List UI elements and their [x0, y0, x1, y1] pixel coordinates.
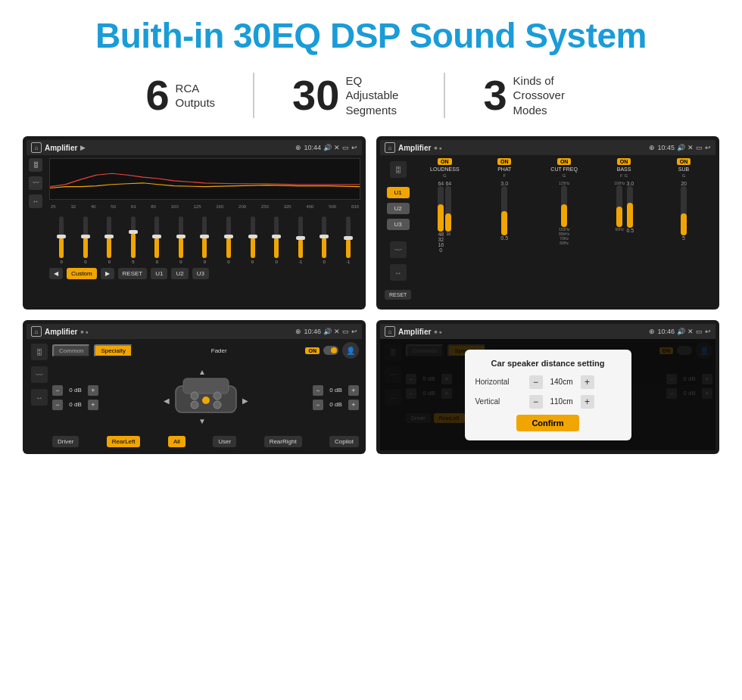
fader-minus-4[interactable]: − — [313, 400, 323, 410]
close-icon-2[interactable]: ✕ — [687, 144, 694, 151]
eq-reset-btn[interactable]: RESET — [118, 268, 148, 279]
dialog-confirm-button[interactable]: Confirm — [516, 415, 578, 431]
eq-prev-btn[interactable]: ◀ — [49, 268, 63, 279]
topbar-amp: ⌂ Amplifier ■ ● ⊕ 10:45 🔊 ✕ ▭ ↩ — [380, 140, 716, 155]
back-icon-3[interactable]: ↩ — [351, 328, 357, 335]
screen1-time: 10:44 — [304, 144, 321, 151]
amp-u1-btn[interactable]: U1 — [387, 187, 410, 198]
sub-label: SUB — [678, 166, 689, 172]
dialog-horizontal-row: Horizontal − 140cm + — [475, 375, 621, 389]
fader-icon-1[interactable]: 🎛 — [31, 344, 48, 360]
screen3-title: Amplifier — [45, 328, 77, 336]
btn-user[interactable]: User — [213, 436, 236, 447]
eq-u1-btn[interactable]: U1 — [151, 268, 167, 279]
amp-reset-btn[interactable]: RESET — [385, 290, 411, 300]
screen2-time: 10:45 — [657, 144, 675, 151]
fader-tab-specialty[interactable]: Specialty — [94, 344, 132, 357]
fader-db-row-3: − 0 dB + — [313, 385, 359, 396]
page-title: Buith-in 30EQ DSP Sound System — [23, 15, 719, 56]
dialog-overlay: Car speaker distance setting Horizontal … — [380, 339, 716, 450]
dialog-vertical-plus[interactable]: + — [581, 395, 594, 409]
eq-u3-btn[interactable]: U3 — [192, 268, 209, 279]
amp-icon-1[interactable]: 🎛 — [390, 161, 407, 178]
fader-plus-3[interactable]: + — [348, 385, 359, 396]
volume-icon-4[interactable]: 🔊 — [677, 328, 685, 335]
phat-on[interactable]: ON — [497, 158, 512, 165]
back-icon[interactable]: ↩ — [351, 144, 357, 151]
window-icon[interactable]: ▭ — [342, 144, 349, 151]
fader-db-val-2: 0 dB — [66, 401, 85, 408]
volume-icon-2[interactable]: 🔊 — [677, 144, 685, 151]
location-icon: ⊕ — [295, 144, 301, 151]
home-icon[interactable]: ⌂ — [31, 142, 42, 153]
eq-graph — [49, 158, 360, 200]
stat-rca-label: RCAOutputs — [176, 81, 216, 110]
eq-sliders[interactable]: 0 0 0 5 0 0 0 0 0 0 -1 0 -1 — [49, 211, 360, 264]
amp-u3-btn[interactable]: U3 — [387, 219, 410, 230]
volume-icon[interactable]: 🔊 — [323, 144, 332, 151]
speaker-diagram: ▲ ▼ ◀ ▶ — [161, 367, 251, 428]
amp-icon-2[interactable]: 〰 — [390, 241, 407, 258]
fader-plus-1[interactable]: + — [88, 385, 98, 396]
screen-fader: ⌂ Amplifier ■ ● ⊕ 10:46 🔊 ✕ ▭ ↩ 🎛 〰 — [23, 320, 366, 454]
window-icon-3[interactable]: ▭ — [342, 328, 349, 335]
close-icon-3[interactable]: ✕ — [334, 328, 340, 335]
dialog-vertical-minus[interactable]: − — [529, 395, 543, 409]
amp-u2-btn[interactable]: U2 — [387, 203, 410, 214]
fader-minus-2[interactable]: − — [52, 400, 63, 410]
eq-icon-3[interactable]: ↔ — [29, 194, 42, 208]
bass-on[interactable]: ON — [617, 158, 631, 165]
eq-next-btn[interactable]: ▶ — [101, 268, 114, 279]
amp-cutfreq-header: ON CUT FREQ G — [535, 158, 593, 178]
btn-rearright[interactable]: RearRight — [264, 436, 302, 447]
btn-all[interactable]: All — [168, 436, 186, 447]
fader-plus-2[interactable]: + — [88, 400, 98, 410]
eq-icon-2[interactable]: 〰 — [29, 176, 42, 190]
topbar-dialog: ⌂ Amplifier ■ ● ⊕ 10:46 🔊 ✕ ▭ ↩ — [380, 324, 716, 339]
window-icon-4[interactable]: ▭ — [696, 328, 703, 335]
topbar-eq: ⌂ Amplifier ▶ ⊕ 10:44 🔊 ✕ ▭ ↩ — [26, 140, 362, 155]
eq-custom-btn[interactable]: Custom — [67, 268, 97, 279]
dialog-horizontal-value: 140cm — [547, 378, 576, 386]
location-icon-3: ⊕ — [295, 328, 301, 335]
home-icon-3[interactable]: ⌂ — [31, 326, 42, 337]
sub-on[interactable]: ON — [677, 158, 691, 165]
close-icon[interactable]: ✕ — [334, 144, 340, 151]
dialog-title: Car speaker distance setting — [475, 359, 621, 368]
volume-icon-3[interactable]: 🔊 — [323, 328, 332, 335]
home-icon-4[interactable]: ⌂ — [385, 326, 395, 337]
fader-icon-3[interactable]: ↔ — [31, 389, 48, 406]
back-icon-4[interactable]: ↩ — [705, 328, 711, 335]
btn-rearleft[interactable]: RearLeft — [107, 436, 141, 447]
stat-crossover: 3 Kinds ofCrossover Modes — [445, 73, 611, 118]
window-icon-2[interactable]: ▭ — [696, 144, 703, 151]
fader-minus-3[interactable]: − — [313, 385, 323, 396]
fader-on-badge[interactable]: ON — [305, 347, 320, 354]
amp-icon-3[interactable]: ↔ — [390, 264, 407, 281]
fader-plus-4[interactable]: + — [348, 400, 359, 410]
amp-left-panel: 🎛 U1 U2 U3 〰 ↔ RESET — [383, 158, 413, 303]
svg-point-3 — [214, 392, 221, 400]
fader-minus-1[interactable]: − — [52, 385, 63, 396]
loudness-on[interactable]: ON — [438, 158, 452, 165]
cutfreq-on[interactable]: ON — [557, 158, 572, 165]
fader-tab-common[interactable]: Common — [52, 344, 90, 357]
svg-rect-1 — [183, 378, 229, 394]
eq-u2-btn[interactable]: U2 — [171, 268, 188, 279]
fader-db-row-4: − 0 dB + — [313, 400, 359, 410]
dialog-horizontal-minus[interactable]: − — [529, 375, 543, 389]
bass-label: BASS — [617, 166, 631, 172]
play-icon[interactable]: ▶ — [80, 144, 86, 151]
close-icon-4[interactable]: ✕ — [687, 328, 694, 335]
svg-text:▶: ▶ — [242, 397, 248, 405]
dialog-vertical-label: Vertical — [475, 397, 525, 406]
eq-icon-1[interactable]: 🎛 — [29, 158, 42, 172]
back-icon-2[interactable]: ↩ — [705, 144, 711, 151]
btn-driver[interactable]: Driver — [52, 436, 79, 447]
home-icon-2[interactable]: ⌂ — [385, 142, 395, 153]
fader-db-val-4: 0 dB — [326, 401, 345, 408]
svg-point-2 — [191, 392, 198, 400]
fader-icon-2[interactable]: 〰 — [31, 366, 48, 383]
btn-copilot[interactable]: Copilot — [329, 436, 359, 447]
dialog-horizontal-plus[interactable]: + — [581, 375, 594, 389]
